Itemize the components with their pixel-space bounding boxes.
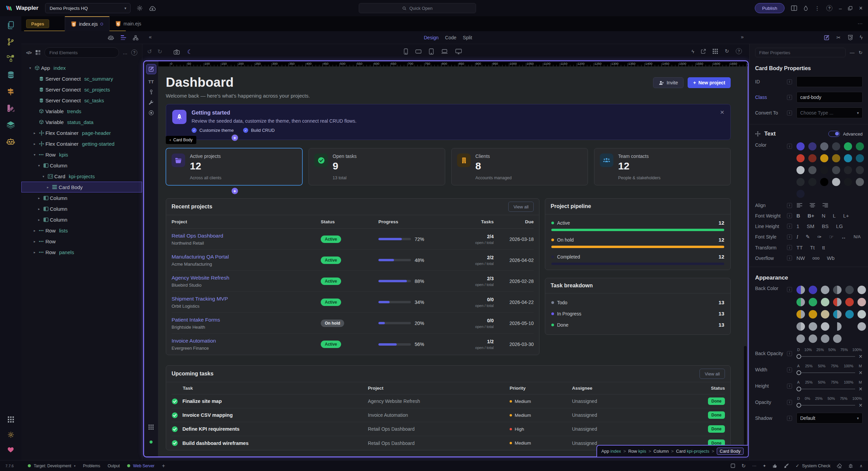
sparkles-icon[interactable]: ✦ xyxy=(763,464,766,468)
pages-button[interactable]: Pages xyxy=(26,19,49,28)
device-laptop-icon[interactable] xyxy=(441,49,448,54)
scale-tick-label[interactable]: 25% xyxy=(816,348,824,352)
scale-tick-label[interactable]: 100% xyxy=(852,348,862,352)
device-phone-icon[interactable] xyxy=(404,48,408,55)
color-swatch[interactable] xyxy=(857,310,866,319)
hand-pointer-icon[interactable]: ☞ xyxy=(829,234,833,240)
sidebar-git-icon[interactable] xyxy=(5,36,17,47)
view-all-button[interactable]: View all xyxy=(508,202,534,212)
project-row[interactable]: Retail Ops DashboardNorthwind Retail Act… xyxy=(172,229,534,250)
scale-tick-label[interactable]: A xyxy=(797,364,800,368)
system-check-button[interactable]: ✓System Check xyxy=(795,463,830,468)
task-check-icon[interactable] xyxy=(172,412,178,418)
move-section-icon[interactable] xyxy=(755,131,761,137)
column-header[interactable]: Priority xyxy=(510,386,572,391)
theme-droplet-icon[interactable] xyxy=(804,5,808,11)
chevron-up-icon[interactable]: ∧ xyxy=(860,464,863,468)
extensions-icon[interactable] xyxy=(8,416,14,423)
kpi-card[interactable]: Open tasks 9 13 total xyxy=(309,148,445,185)
tree-item[interactable]: ▸ ••• Row xyxy=(21,236,142,247)
collapse-panel-icon[interactable]: « xyxy=(149,34,152,40)
color-swatch[interactable] xyxy=(809,310,817,319)
color-swatch[interactable] xyxy=(796,166,805,174)
color-swatch[interactable] xyxy=(821,298,829,306)
tree-item[interactable]: ▾ Column xyxy=(21,160,142,171)
canvas-scrollbar[interactable] xyxy=(744,346,747,455)
live-data-bolt-icon[interactable]: ϟ xyxy=(691,48,694,54)
color-swatch[interactable] xyxy=(809,286,817,294)
components-icon[interactable] xyxy=(35,50,41,55)
breadcrumb-item[interactable]: Row kpis xyxy=(628,449,646,454)
tree-item[interactable]: ▸ Column xyxy=(21,203,142,214)
breadcrumb-item[interactable]: App index xyxy=(601,449,621,454)
layout-panels-icon[interactable] xyxy=(791,5,797,11)
inspect-key-icon[interactable] xyxy=(149,89,154,95)
chevron-right-icon[interactable]: ▸ xyxy=(36,207,42,211)
project-selector[interactable]: Demo Projects HQ ▾ xyxy=(45,3,131,13)
scale-tick-label[interactable]: 25% xyxy=(805,380,812,384)
grid-guides-icon[interactable] xyxy=(713,49,718,54)
scale-tick-label[interactable]: 75% xyxy=(831,380,839,384)
sidebar-pages-icon[interactable] xyxy=(5,20,17,30)
scale-tick-label[interactable]: 50% xyxy=(828,348,836,352)
reset-properties-icon[interactable]: ↻ xyxy=(859,50,863,55)
web-server-tab[interactable]: Web Server xyxy=(127,464,154,468)
tree-item[interactable]: ▸ Column xyxy=(21,192,142,203)
redo-icon[interactable]: ↻ xyxy=(157,48,162,55)
tree-item-selected[interactable]: ▸ Card Body xyxy=(21,182,142,192)
close-button[interactable]: × xyxy=(859,5,863,12)
tab-main.ejs[interactable]: main.ejs xyxy=(110,16,147,31)
scale-tick-label[interactable]: 25% xyxy=(805,364,812,368)
canvas-help-icon[interactable]: ? xyxy=(736,48,742,54)
tree-item[interactable]: Server Connect sc_projects xyxy=(21,84,142,95)
project-row[interactable]: Patient Intake FormsBrightside Health On… xyxy=(172,313,534,334)
color-swatch[interactable] xyxy=(833,298,842,306)
more-options-icon[interactable]: … xyxy=(123,50,127,55)
actions-bolt-icon[interactable]: ϟ xyxy=(860,35,863,41)
color-swatch[interactable] xyxy=(821,334,829,343)
task-row[interactable]: Define KPI requirements Retail Ops Dashb… xyxy=(172,422,725,436)
back-opacity-slider[interactable] xyxy=(796,354,801,359)
color-swatch[interactable] xyxy=(808,166,816,174)
color-swatch[interactable] xyxy=(821,310,829,319)
sidebar-styles-icon[interactable] xyxy=(5,103,17,114)
column-header[interactable]: Project xyxy=(172,219,321,224)
color-swatch[interactable] xyxy=(844,142,852,150)
ai-assistant-icon[interactable] xyxy=(108,35,114,40)
column-header[interactable]: Status xyxy=(321,219,378,224)
class-input[interactable] xyxy=(796,92,863,103)
invite-button[interactable]: Invite xyxy=(653,77,684,88)
scale-tick-label[interactable]: D xyxy=(797,348,800,352)
selection-label-pill[interactable]: ‹Card Body xyxy=(166,136,196,144)
option-L+[interactable]: L+ xyxy=(843,213,849,219)
sidebar-layers-icon[interactable] xyxy=(5,119,17,130)
scale-tick-label[interactable]: M xyxy=(859,364,862,368)
width-slider[interactable] xyxy=(796,370,801,375)
option-1[interactable]: 1 xyxy=(796,223,799,229)
publish-button[interactable]: Publish xyxy=(755,3,785,13)
output-tab[interactable]: Output xyxy=(107,464,120,468)
color-swatch[interactable] xyxy=(857,298,866,306)
sidebar-database-icon[interactable] xyxy=(5,69,17,80)
text-tool-icon[interactable]: TT xyxy=(149,79,154,84)
column-header[interactable]: Task xyxy=(172,386,368,391)
clear-icon[interactable]: ✕ xyxy=(859,370,863,375)
device-phone-landscape-icon[interactable] xyxy=(415,49,421,54)
tree-item[interactable]: ▸ Column xyxy=(21,214,142,225)
advanced-toggle[interactable] xyxy=(828,131,840,137)
option-tt[interactable]: tt xyxy=(822,245,825,250)
scale-tick-label[interactable]: 10% xyxy=(804,348,812,352)
add-panel-icon[interactable]: + xyxy=(162,463,165,469)
option-NW[interactable]: NW xyxy=(796,255,805,261)
tab-overflow-icon[interactable]: ⋯ xyxy=(857,21,863,27)
thumbs-up-icon[interactable] xyxy=(772,463,777,468)
banner-close-icon[interactable]: × xyxy=(720,108,724,116)
scale-tick-label[interactable]: 100% xyxy=(844,364,853,368)
help-icon[interactable]: ? xyxy=(826,5,832,11)
ellipsis-icon[interactable]: ⋯ xyxy=(752,464,756,468)
chevron-right-icon[interactable]: ▸ xyxy=(32,250,37,254)
open-browser-icon[interactable] xyxy=(701,49,706,54)
sidebar-workflows-icon[interactable] xyxy=(5,53,17,64)
column-header[interactable]: Project xyxy=(368,386,510,391)
tree-item[interactable]: Server Connect sc_summary xyxy=(21,73,142,84)
